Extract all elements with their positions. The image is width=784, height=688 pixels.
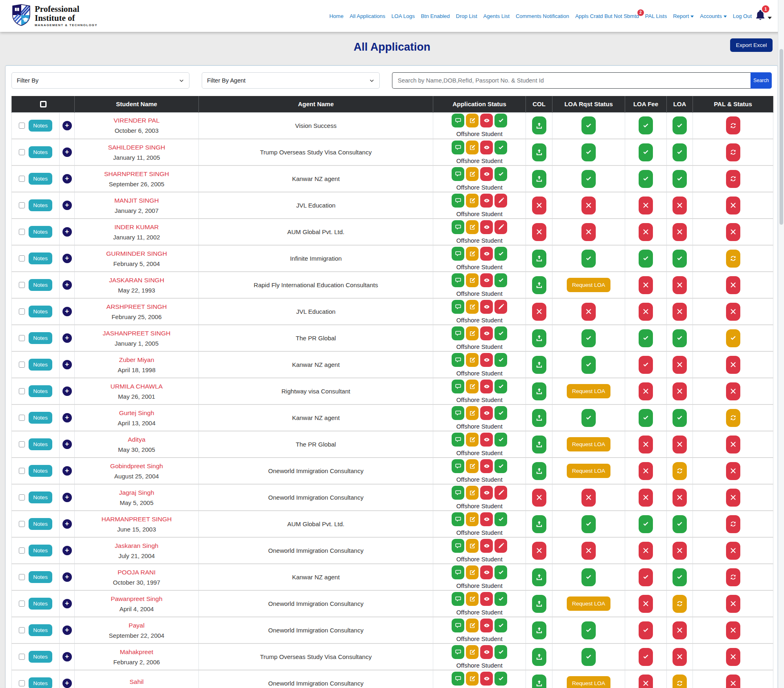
x-icon[interactable] (581, 223, 596, 241)
eye-icon[interactable] (480, 353, 493, 367)
nav-item-drop-list[interactable]: Drop List (456, 13, 477, 19)
plus-circle-icon[interactable]: + (62, 546, 72, 555)
eye-icon[interactable] (480, 672, 493, 686)
check-icon[interactable] (494, 114, 507, 127)
edit-icon[interactable] (466, 459, 479, 473)
comment-icon[interactable] (452, 433, 464, 447)
nav-item-accounts[interactable]: Accounts (700, 13, 726, 19)
request-loa-button[interactable]: Request LOA (567, 384, 610, 398)
check-icon[interactable] (494, 565, 507, 579)
check-icon[interactable] (581, 250, 596, 268)
upload-icon[interactable] (532, 116, 546, 134)
comment-icon[interactable] (452, 141, 464, 154)
edit-icon[interactable] (466, 486, 479, 500)
eye-icon[interactable] (480, 645, 493, 659)
upload-icon[interactable] (532, 568, 546, 586)
upload-icon[interactable] (532, 595, 546, 613)
student-name-link[interactable]: Sahil (75, 678, 198, 686)
row-checkbox[interactable] (19, 468, 25, 474)
comment-icon[interactable] (452, 486, 464, 500)
edit-icon[interactable] (466, 326, 479, 340)
sync-icon[interactable] (726, 170, 740, 188)
nav-item-agents-list[interactable]: Agents List (483, 13, 510, 19)
nav-item-home[interactable]: Home (329, 13, 343, 19)
notes-button[interactable]: Notes (29, 571, 52, 583)
upload-icon[interactable] (532, 356, 546, 374)
edit-icon[interactable] (466, 539, 479, 553)
edit-icon[interactable] (466, 167, 479, 181)
plus-circle-icon[interactable]: + (62, 652, 72, 661)
x-icon[interactable] (726, 382, 740, 400)
student-name-link[interactable]: JASKARAN SINGH (75, 277, 198, 284)
edit-icon[interactable] (466, 565, 479, 579)
x-icon[interactable] (581, 542, 596, 560)
request-loa-button[interactable]: Request LOA (567, 437, 610, 451)
check-icon[interactable] (494, 459, 507, 473)
comment-icon[interactable] (452, 353, 464, 367)
request-loa-button[interactable]: Request LOA (567, 596, 610, 611)
eye-icon[interactable] (480, 194, 493, 208)
vertical-scrollbar[interactable] (778, 0, 784, 688)
x-icon[interactable] (673, 276, 687, 294)
eye-icon[interactable] (480, 459, 493, 473)
eye-icon[interactable] (480, 486, 493, 500)
x-icon[interactable] (639, 276, 653, 294)
eye-icon[interactable] (480, 141, 493, 154)
plus-circle-icon[interactable]: + (62, 413, 72, 422)
eye-icon[interactable] (480, 326, 493, 340)
x-icon[interactable] (639, 436, 653, 453)
export-excel-button[interactable]: Export Excel (730, 38, 773, 52)
edit-icon[interactable] (466, 645, 479, 659)
eye-icon[interactable] (480, 433, 493, 447)
student-name-link[interactable]: Gobindpreet Singh (75, 462, 198, 470)
notes-button[interactable]: Notes (29, 412, 52, 424)
check-icon[interactable] (581, 621, 596, 639)
check-icon[interactable] (494, 141, 507, 154)
upload-icon[interactable] (532, 621, 546, 639)
sync-icon[interactable] (726, 250, 740, 268)
student-name-link[interactable]: MANJIT SINGH (75, 197, 198, 204)
check-icon[interactable] (639, 250, 653, 268)
upload-icon[interactable] (532, 515, 546, 533)
pencil-icon[interactable] (494, 300, 507, 314)
filter-by-select[interactable]: Filter By (11, 72, 189, 89)
notes-button[interactable]: Notes (29, 199, 52, 211)
edit-icon[interactable] (466, 592, 479, 606)
edit-icon[interactable] (466, 141, 479, 154)
check-icon[interactable] (639, 621, 653, 639)
check-icon[interactable] (494, 433, 507, 447)
edit-icon[interactable] (466, 619, 479, 632)
comment-icon[interactable] (452, 194, 464, 208)
eye-icon[interactable] (480, 592, 493, 606)
x-icon[interactable] (639, 382, 653, 400)
notes-button[interactable]: Notes (29, 438, 52, 450)
upload-icon[interactable] (532, 276, 546, 294)
notes-button[interactable]: Notes (29, 359, 52, 371)
eye-icon[interactable] (480, 114, 493, 127)
row-checkbox[interactable] (19, 149, 25, 155)
student-name-link[interactable]: Pawanpreet Singh (75, 595, 198, 603)
eye-icon[interactable] (480, 220, 493, 234)
check-icon[interactable] (494, 645, 507, 659)
comment-icon[interactable] (452, 406, 464, 420)
x-icon[interactable] (673, 356, 687, 374)
check-icon[interactable] (494, 672, 507, 686)
student-name-link[interactable]: HARMANPREET SINGH (75, 516, 198, 523)
student-name-link[interactable]: Payal (75, 622, 198, 629)
check-icon[interactable] (673, 409, 687, 427)
x-icon[interactable] (639, 675, 653, 688)
edit-icon[interactable] (466, 672, 479, 686)
upload-icon[interactable] (532, 409, 546, 427)
x-icon[interactable] (726, 303, 740, 321)
upload-icon[interactable] (532, 462, 546, 480)
x-icon[interactable] (532, 197, 546, 214)
x-icon[interactable] (639, 197, 653, 214)
student-name-link[interactable]: Aditya (75, 436, 198, 443)
x-icon[interactable] (532, 303, 546, 321)
comment-icon[interactable] (452, 273, 464, 287)
plus-circle-icon[interactable]: + (62, 466, 72, 476)
x-icon[interactable] (726, 356, 740, 374)
request-loa-button[interactable]: Request LOA (567, 464, 610, 478)
nav-item-loa-logs[interactable]: LOA Logs (392, 13, 415, 19)
notes-button[interactable]: Notes (29, 226, 52, 238)
